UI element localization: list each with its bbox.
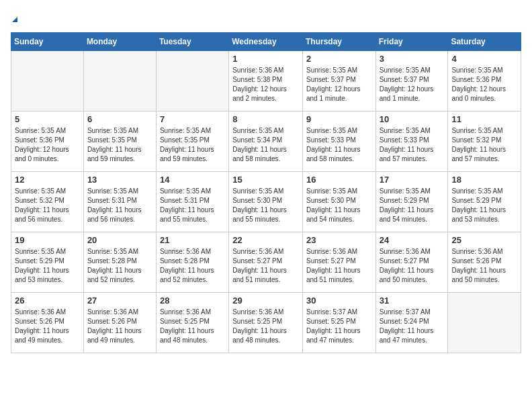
calendar-cell: 1Sunrise: 5:36 AM Sunset: 5:38 PM Daylig… [229, 51, 303, 111]
calendar-cell: 9Sunrise: 5:35 AM Sunset: 5:33 PM Daylig… [302, 111, 375, 172]
day-number: 3 [380, 54, 445, 64]
day-detail: Sunrise: 5:35 AM Sunset: 5:30 PM Dayligh… [306, 187, 372, 224]
week-row-1: 1Sunrise: 5:36 AM Sunset: 5:38 PM Daylig… [11, 51, 521, 111]
calendar-cell: 25Sunrise: 5:36 AM Sunset: 5:26 PM Dayli… [448, 232, 521, 293]
calendar-cell: 15Sunrise: 5:35 AM Sunset: 5:30 PM Dayli… [229, 172, 303, 232]
day-number: 18 [451, 175, 517, 185]
calendar-cell: 20Sunrise: 5:35 AM Sunset: 5:28 PM Dayli… [83, 232, 156, 293]
day-number: 7 [160, 114, 225, 124]
calendar-cell: 28Sunrise: 5:36 AM Sunset: 5:25 PM Dayli… [156, 293, 228, 353]
day-detail: Sunrise: 5:36 AM Sunset: 5:26 PM Dayligh… [87, 308, 152, 345]
day-header-friday: Friday [375, 33, 448, 51]
day-number: 30 [306, 295, 372, 306]
calendar-cell: 5Sunrise: 5:35 AM Sunset: 5:36 PM Daylig… [11, 111, 84, 172]
day-detail: Sunrise: 5:36 AM Sunset: 5:28 PM Dayligh… [160, 247, 225, 285]
calendar-cell: 24Sunrise: 5:36 AM Sunset: 5:27 PM Dayli… [375, 232, 448, 293]
day-number: 2 [306, 54, 372, 64]
day-number: 11 [451, 114, 517, 124]
calendar-cell: 7Sunrise: 5:35 AM Sunset: 5:35 PM Daylig… [156, 111, 228, 172]
day-number: 15 [232, 175, 299, 185]
day-detail: Sunrise: 5:36 AM Sunset: 5:26 PM Dayligh… [451, 247, 517, 285]
day-detail: Sunrise: 5:35 AM Sunset: 5:31 PM Dayligh… [87, 187, 152, 224]
day-detail: Sunrise: 5:35 AM Sunset: 5:37 PM Dayligh… [380, 66, 445, 103]
day-detail: Sunrise: 5:35 AM Sunset: 5:33 PM Dayligh… [380, 126, 445, 164]
day-number: 19 [15, 235, 80, 245]
day-header-thursday: Thursday [302, 33, 375, 51]
day-detail: Sunrise: 5:37 AM Sunset: 5:25 PM Dayligh… [306, 308, 372, 345]
calendar-cell: 6Sunrise: 5:35 AM Sunset: 5:35 PM Daylig… [83, 111, 156, 172]
day-header-tuesday: Tuesday [156, 33, 228, 51]
day-detail: Sunrise: 5:36 AM Sunset: 5:25 PM Dayligh… [160, 308, 225, 345]
day-number: 8 [232, 114, 299, 124]
day-number: 28 [160, 295, 225, 306]
day-header-monday: Monday [83, 33, 156, 51]
calendar-body: 1Sunrise: 5:36 AM Sunset: 5:38 PM Daylig… [11, 51, 521, 353]
calendar-table: SundayMondayTuesdayWednesdayThursdayFrid… [11, 32, 521, 353]
calendar-cell: 12Sunrise: 5:35 AM Sunset: 5:32 PM Dayli… [11, 172, 84, 232]
calendar-cell: 17Sunrise: 5:35 AM Sunset: 5:29 PM Dayli… [375, 172, 448, 232]
day-number: 1 [232, 54, 299, 64]
calendar-cell: 30Sunrise: 5:37 AM Sunset: 5:25 PM Dayli… [302, 293, 375, 353]
calendar-cell: 8Sunrise: 5:35 AM Sunset: 5:34 PM Daylig… [229, 111, 303, 172]
week-row-4: 19Sunrise: 5:35 AM Sunset: 5:29 PM Dayli… [11, 232, 521, 293]
calendar-cell: 23Sunrise: 5:36 AM Sunset: 5:27 PM Dayli… [302, 232, 375, 293]
day-number: 5 [15, 114, 80, 124]
calendar-cell: 10Sunrise: 5:35 AM Sunset: 5:33 PM Dayli… [375, 111, 448, 172]
calendar-cell: 11Sunrise: 5:35 AM Sunset: 5:32 PM Dayli… [448, 111, 521, 172]
day-number: 27 [87, 295, 152, 306]
day-detail: Sunrise: 5:36 AM Sunset: 5:27 PM Dayligh… [232, 247, 299, 285]
calendar-cell: 16Sunrise: 5:35 AM Sunset: 5:30 PM Dayli… [302, 172, 375, 232]
day-number: 9 [306, 114, 372, 124]
day-header-sunday: Sunday [11, 33, 84, 51]
day-number: 6 [87, 114, 152, 124]
day-detail: Sunrise: 5:36 AM Sunset: 5:27 PM Dayligh… [380, 247, 445, 285]
day-detail: Sunrise: 5:35 AM Sunset: 5:29 PM Dayligh… [15, 247, 80, 285]
calendar-cell: 21Sunrise: 5:36 AM Sunset: 5:28 PM Dayli… [156, 232, 228, 293]
day-detail: Sunrise: 5:35 AM Sunset: 5:37 PM Dayligh… [306, 66, 372, 103]
calendar-cell [11, 51, 84, 111]
day-number: 13 [87, 175, 152, 185]
calendar-cell: 22Sunrise: 5:36 AM Sunset: 5:27 PM Dayli… [229, 232, 303, 293]
day-number: 16 [306, 175, 372, 185]
calendar-cell: 13Sunrise: 5:35 AM Sunset: 5:31 PM Dayli… [83, 172, 156, 232]
calendar-cell: 31Sunrise: 5:37 AM Sunset: 5:24 PM Dayli… [375, 293, 448, 353]
calendar-cell: 19Sunrise: 5:35 AM Sunset: 5:29 PM Dayli… [11, 232, 84, 293]
calendar-cell [448, 293, 521, 353]
day-detail: Sunrise: 5:35 AM Sunset: 5:36 PM Dayligh… [15, 126, 80, 164]
week-row-3: 12Sunrise: 5:35 AM Sunset: 5:32 PM Dayli… [11, 172, 521, 232]
day-detail: Sunrise: 5:35 AM Sunset: 5:32 PM Dayligh… [15, 187, 80, 224]
day-detail: Sunrise: 5:35 AM Sunset: 5:29 PM Dayligh… [451, 187, 517, 224]
day-number: 25 [451, 235, 517, 245]
day-number: 20 [87, 235, 152, 245]
day-detail: Sunrise: 5:35 AM Sunset: 5:28 PM Dayligh… [87, 247, 152, 285]
day-detail: Sunrise: 5:36 AM Sunset: 5:38 PM Dayligh… [232, 66, 299, 103]
day-number: 23 [306, 235, 372, 245]
day-detail: Sunrise: 5:36 AM Sunset: 5:25 PM Dayligh… [232, 308, 299, 345]
day-header-wednesday: Wednesday [229, 33, 303, 51]
days-header-row: SundayMondayTuesdayWednesdayThursdayFrid… [11, 33, 521, 51]
logo-icon [12, 17, 17, 22]
page-header [11, 11, 521, 24]
calendar-cell: 18Sunrise: 5:35 AM Sunset: 5:29 PM Dayli… [448, 172, 521, 232]
day-number: 24 [380, 235, 445, 245]
calendar-cell: 29Sunrise: 5:36 AM Sunset: 5:25 PM Dayli… [229, 293, 303, 353]
week-row-2: 5Sunrise: 5:35 AM Sunset: 5:36 PM Daylig… [11, 111, 521, 172]
day-number: 4 [451, 54, 517, 64]
logo-text [11, 11, 17, 24]
calendar-cell: 2Sunrise: 5:35 AM Sunset: 5:37 PM Daylig… [302, 51, 375, 111]
day-number: 17 [380, 175, 445, 185]
day-detail: Sunrise: 5:35 AM Sunset: 5:32 PM Dayligh… [451, 126, 517, 164]
calendar-cell: 26Sunrise: 5:36 AM Sunset: 5:26 PM Dayli… [11, 293, 84, 353]
day-detail: Sunrise: 5:35 AM Sunset: 5:34 PM Dayligh… [232, 126, 299, 164]
day-number: 21 [160, 235, 225, 245]
day-number: 10 [380, 114, 445, 124]
week-row-5: 26Sunrise: 5:36 AM Sunset: 5:26 PM Dayli… [11, 293, 521, 353]
day-number: 29 [232, 295, 299, 306]
day-detail: Sunrise: 5:36 AM Sunset: 5:27 PM Dayligh… [306, 247, 372, 285]
day-number: 12 [15, 175, 80, 185]
day-header-saturday: Saturday [448, 33, 521, 51]
calendar-cell [83, 51, 156, 111]
calendar-cell: 4Sunrise: 5:35 AM Sunset: 5:36 PM Daylig… [448, 51, 521, 111]
day-number: 14 [160, 175, 225, 185]
day-detail: Sunrise: 5:35 AM Sunset: 5:35 PM Dayligh… [87, 126, 152, 164]
